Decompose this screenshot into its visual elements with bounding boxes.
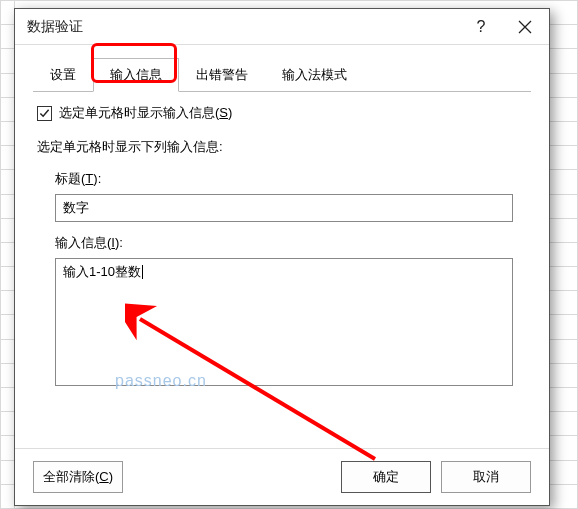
title-input[interactable] bbox=[55, 194, 513, 222]
dialog-titlebar: 数据验证 ? bbox=[15, 9, 549, 45]
close-icon bbox=[518, 20, 532, 34]
section-label: 选定单元格时显示下列输入信息: bbox=[37, 138, 531, 156]
tab-ime-mode[interactable]: 输入法模式 bbox=[265, 58, 364, 92]
message-field-label: 输入信息(I): bbox=[55, 234, 531, 252]
help-button[interactable]: ? bbox=[459, 12, 503, 42]
clear-all-button[interactable]: 全部清除(C) bbox=[33, 461, 123, 493]
message-textarea[interactable]: 输入1-10整数 bbox=[55, 258, 513, 386]
help-icon: ? bbox=[477, 18, 486, 36]
close-button[interactable] bbox=[503, 12, 547, 42]
tab-input-message[interactable]: 输入信息 bbox=[93, 58, 179, 92]
tab-error-alert[interactable]: 出错警告 bbox=[179, 58, 265, 92]
title-field-label: 标题(T): bbox=[55, 170, 531, 188]
checkbox-icon bbox=[37, 106, 52, 121]
show-input-message-label: 选定单元格时显示输入信息(S) bbox=[59, 104, 232, 122]
dialog-footer: 全部清除(C) 确定 取消 bbox=[15, 448, 549, 505]
dialog-body: 设置 输入信息 出错警告 输入法模式 选定单元格时显示输入信息(S) 选定单元格… bbox=[15, 45, 549, 448]
tab-bar: 设置 输入信息 出错警告 输入法模式 bbox=[33, 57, 531, 92]
show-input-message-checkbox-row[interactable]: 选定单元格时显示输入信息(S) bbox=[37, 104, 531, 122]
ok-button[interactable]: 确定 bbox=[341, 461, 431, 493]
tab-settings[interactable]: 设置 bbox=[33, 58, 93, 92]
data-validation-dialog: 数据验证 ? 设置 输入信息 出错警告 输入法模式 选定单元格时显示输入信息(S… bbox=[14, 8, 550, 506]
dialog-title: 数据验证 bbox=[27, 18, 459, 36]
cancel-button[interactable]: 取消 bbox=[441, 461, 531, 493]
